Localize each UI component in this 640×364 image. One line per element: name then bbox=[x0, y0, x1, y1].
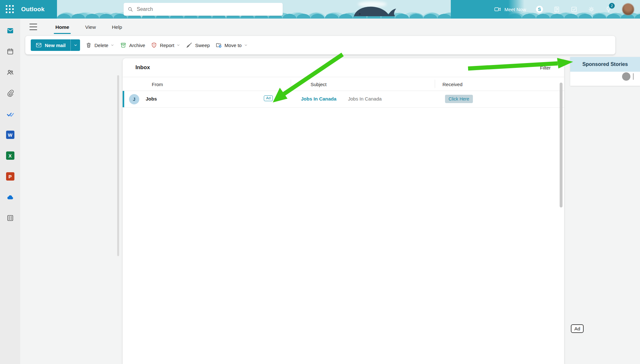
unread-accent-bar bbox=[123, 91, 124, 107]
trash-icon bbox=[85, 42, 92, 48]
left-app-rail: WXP bbox=[0, 19, 20, 364]
move-to-label: Move to bbox=[224, 43, 241, 48]
outbrain-logo-icon[interactable] bbox=[622, 72, 630, 81]
sponsored-stories-panel: Sponsored Stories bbox=[570, 57, 640, 86]
ribbon-toolbar: New mail DeleteArchiveReportSweepMove to bbox=[25, 36, 615, 54]
word-icon: W bbox=[6, 131, 14, 139]
whale-illustration bbox=[347, 1, 408, 18]
chevron-down-icon bbox=[244, 43, 248, 47]
column-subject: Subject bbox=[311, 77, 327, 91]
rail-item-more-apps[interactable] bbox=[4, 212, 17, 224]
mail-compose-icon bbox=[36, 42, 42, 48]
rail-item-word[interactable]: W bbox=[4, 128, 17, 141]
ad-badge: Ad bbox=[264, 95, 273, 101]
folder-pane-scrollbar[interactable] bbox=[117, 75, 119, 256]
delete-label: Delete bbox=[94, 43, 108, 48]
message-list-scrollbar[interactable] bbox=[560, 83, 563, 207]
new-mail-label: New mail bbox=[45, 43, 66, 48]
meet-now-button[interactable]: Meet Now bbox=[494, 6, 526, 13]
move-folder-icon bbox=[215, 42, 222, 48]
onedrive-icon bbox=[6, 193, 14, 201]
folder-pane bbox=[20, 19, 110, 364]
rail-item-onedrive[interactable] bbox=[4, 191, 17, 204]
powerpoint-icon: P bbox=[6, 172, 14, 181]
people-icon bbox=[6, 69, 14, 76]
rail-item-powerpoint[interactable]: P bbox=[4, 170, 17, 183]
column-received[interactable]: Received bbox=[442, 77, 465, 91]
app-title: Outlook bbox=[21, 0, 45, 19]
meet-now-label: Meet Now bbox=[504, 7, 526, 12]
settings-gear-icon[interactable] bbox=[587, 5, 595, 13]
rail-item-people[interactable] bbox=[4, 66, 17, 79]
rail-item-todo[interactable] bbox=[4, 108, 17, 120]
rail-item-mail[interactable] bbox=[4, 24, 17, 37]
report-button[interactable]: Report bbox=[148, 39, 183, 51]
filter-label: Filter bbox=[540, 65, 551, 70]
brand-block: Outlook bbox=[0, 0, 57, 19]
notification-badge: 2 bbox=[609, 3, 615, 9]
tab-view[interactable]: View bbox=[77, 20, 104, 35]
rail-item-excel[interactable]: X bbox=[4, 149, 17, 162]
attachments-icon bbox=[6, 89, 14, 97]
sender-name: Jobs bbox=[146, 96, 157, 101]
chevron-down-icon bbox=[176, 43, 180, 47]
sweep-label: Sweep bbox=[195, 43, 210, 48]
archive-icon bbox=[120, 42, 126, 48]
todo-icon bbox=[6, 110, 14, 118]
message-list: Inbox Filter From Subject Received J Job… bbox=[123, 58, 564, 364]
account-avatar[interactable] bbox=[622, 3, 634, 15]
list-title: Inbox bbox=[135, 64, 150, 71]
filter-button[interactable]: Filter bbox=[537, 65, 551, 70]
search-icon bbox=[127, 6, 133, 12]
todo-icon[interactable] bbox=[570, 5, 578, 13]
list-column-headers: From Subject Received bbox=[123, 77, 564, 91]
rail-item-calendar[interactable] bbox=[4, 45, 17, 58]
ribbon-tabs-row: HomeViewHelp bbox=[20, 20, 640, 35]
report-label: Report bbox=[160, 43, 174, 48]
onenote-feed-icon[interactable] bbox=[553, 5, 561, 13]
ad-subject-link[interactable]: Jobs In Canada bbox=[301, 96, 336, 101]
archive-button[interactable]: Archive bbox=[117, 39, 148, 51]
column-from: From bbox=[152, 77, 163, 91]
new-mail-dropdown-chevron[interactable] bbox=[70, 39, 80, 51]
shield-icon bbox=[151, 42, 157, 48]
click-here-button[interactable]: Click Here bbox=[445, 95, 473, 103]
rail-item-attachments[interactable] bbox=[4, 87, 17, 100]
broom-icon bbox=[186, 42, 192, 48]
tab-help[interactable]: Help bbox=[104, 20, 130, 35]
ad-subject-preview: Jobs In Canada bbox=[348, 96, 382, 101]
delete-button[interactable]: Delete bbox=[83, 39, 117, 51]
new-mail-button[interactable]: New mail bbox=[31, 39, 80, 51]
move-to-button[interactable]: Move to bbox=[213, 39, 250, 51]
app-launcher-waffle-icon[interactable] bbox=[4, 4, 15, 14]
mail-icon bbox=[6, 27, 14, 35]
whats-new-bulb-icon[interactable]: 2 bbox=[605, 5, 612, 13]
search-bar[interactable] bbox=[124, 3, 283, 16]
more-options-button[interactable]: ··· bbox=[278, 95, 283, 100]
video-camera-icon bbox=[494, 6, 501, 13]
divider bbox=[633, 73, 634, 80]
excel-icon: X bbox=[6, 151, 14, 160]
skype-icon[interactable]: S bbox=[536, 5, 543, 13]
sponsored-stories-title: Sponsored Stories bbox=[570, 57, 640, 72]
hamburger-menu-icon[interactable] bbox=[29, 24, 37, 30]
sponsored-email-row[interactable]: J Jobs Ad ··· Jobs In Canada Jobs In Can… bbox=[123, 91, 564, 108]
more-apps-icon bbox=[6, 214, 14, 222]
chevron-down-icon bbox=[110, 43, 114, 47]
sender-avatar: J bbox=[129, 94, 139, 104]
top-app-bar: Outlook Meet Now S 2 bbox=[0, 0, 640, 19]
calendar-icon bbox=[6, 48, 14, 55]
sweep-button[interactable]: Sweep bbox=[183, 39, 213, 51]
archive-label: Archive bbox=[129, 43, 145, 48]
search-input[interactable] bbox=[136, 6, 279, 12]
tab-home[interactable]: Home bbox=[47, 20, 77, 35]
ad-label-badge[interactable]: Ad bbox=[571, 324, 584, 333]
